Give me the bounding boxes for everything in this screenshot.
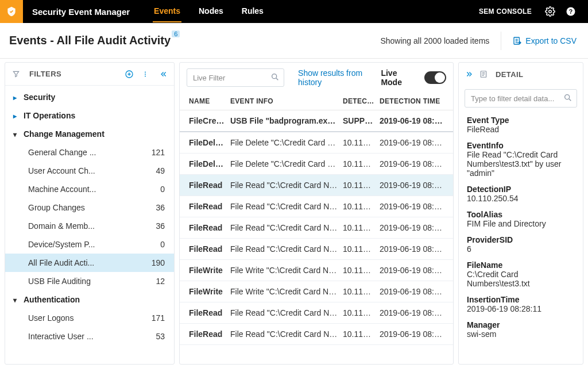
col-event-info[interactable]: EVENT INFO	[228, 93, 341, 110]
sidebar-item-label: Machine Account...	[28, 185, 144, 194]
table-row[interactable]: FileDeleteFile Delete "C:\Credit Card Nu…	[180, 154, 453, 175]
sidebar-item-count: 53	[144, 332, 166, 341]
sidebar-item[interactable]: Machine Account...0	[5, 180, 174, 198]
col-detection-ip[interactable]: DETECTI...	[341, 93, 377, 110]
table-row[interactable]: FileReadFile Read "C:\Credit Card Num...…	[180, 217, 453, 239]
cell: File Read "C:\Credit Card Num...	[228, 217, 341, 238]
live-mode-toggle[interactable]	[424, 71, 446, 84]
cell: 10.110.2...	[341, 260, 377, 281]
cell: File Delete "C:\Credit Card Nu...	[228, 132, 341, 153]
detail-field-key: EventInfo	[467, 141, 575, 150]
sidebar-item-count: 12	[144, 277, 166, 286]
sidebar-item[interactable]: Group Changes36	[5, 198, 174, 217]
show-history-link[interactable]: Show results from history	[298, 68, 376, 87]
cell: 2019-06-19 08:28:03	[377, 217, 446, 238]
filters-title: FILTERS	[29, 70, 120, 78]
sidebar-item[interactable]: USB File Auditing12	[5, 272, 174, 290]
detail-panel: DETAIL Event TypeFileReadEventInfoFile R…	[458, 62, 583, 365]
more-options-button[interactable]	[142, 70, 149, 79]
cell: 2019-06-19 08:27:58	[377, 324, 446, 344]
topbar: Security Event Manager Events Nodes Rule…	[0, 0, 588, 23]
sidebar-item[interactable]: General Change ...121	[5, 143, 174, 162]
table-row[interactable]: FileReadFile Read "C:\Credit Card Num...…	[180, 196, 453, 217]
filter-icon	[12, 70, 20, 78]
sidebar-item-label: User Account Ch...	[28, 166, 144, 175]
tab-nodes[interactable]: Nodes	[198, 1, 225, 22]
cell: File Delete "C:\Credit Card Nu...	[228, 154, 341, 174]
col-name[interactable]: NAME	[187, 93, 228, 110]
app-title: Security Event Manager	[32, 7, 130, 17]
table-row[interactable]: FileCreateUSB File "badprogram.exe" Cr..…	[180, 110, 453, 132]
sidebar-item-count: 190	[144, 258, 166, 267]
detail-field-value: C:\Credit Card Numbers\test3.txt	[467, 270, 575, 288]
detail-field-key: InsertionTime	[467, 295, 575, 304]
sidebar-category[interactable]: Security	[5, 88, 174, 106]
items-status: Showing all 2000 loaded items	[380, 36, 489, 45]
cell: File Read "C:\Credit Card Num...	[228, 324, 341, 344]
svg-point-7	[145, 75, 146, 76]
cell: FileRead	[187, 239, 228, 259]
sidebar-category[interactable]: IT Operations	[5, 106, 174, 125]
help-button[interactable]: ?	[560, 0, 581, 23]
sidebar-category[interactable]: Change Management	[5, 125, 174, 143]
tab-events[interactable]: Events	[153, 1, 181, 22]
detail-field-value: 2019-06-19 08:28:11	[467, 304, 575, 313]
table-row[interactable]: FileDeleteFile Delete "C:\Credit Card Nu…	[180, 132, 453, 154]
sidebar-item[interactable]: Interactive User ...53	[5, 327, 174, 346]
detail-field-value: FIM File and Directory	[467, 219, 575, 228]
cell: File Read "C:\Credit Card Num...	[228, 239, 341, 259]
sidebar-item[interactable]: All File Audit Acti...190	[5, 254, 174, 272]
cell: 10.110.2...	[341, 302, 377, 323]
expand-detail-button[interactable]	[466, 70, 474, 78]
sidebar-item-count: 49	[144, 166, 166, 175]
detail-filter-input[interactable]	[465, 89, 577, 108]
events-panel: Show results from history Live Mode NAME…	[179, 62, 454, 365]
table-header: NAME EVENT INFO DETECTI... DETECTION TIM…	[180, 93, 453, 110]
cell: 2019-06-19 08:28:11	[377, 196, 446, 217]
detail-field: ToolAliasFIM File and Directory	[467, 210, 575, 228]
cell: 10.110.2...	[341, 175, 377, 195]
sidebar-item[interactable]: User Account Ch...49	[5, 162, 174, 180]
sem-console-button[interactable]: SEM CONSOLE	[471, 7, 540, 16]
cell: File Read "C:\Credit Card Num...	[228, 196, 341, 217]
chevron-icon	[13, 295, 19, 304]
table-row[interactable]: FileReadFile Read "C:\Credit Card Num...…	[180, 175, 453, 196]
detail-field: InsertionTime2019-06-19 08:28:11	[467, 295, 575, 313]
col-detection-time[interactable]: DETECTION TIME	[377, 93, 446, 110]
settings-button[interactable]	[540, 0, 560, 23]
cell: File Read "C:\Credit Card Num...	[228, 175, 341, 195]
search-icon	[270, 72, 280, 82]
table-row[interactable]: FileWriteFile Write "C:\Credit Card Nu..…	[180, 281, 453, 302]
cell: 2019-06-19 08:28:11	[377, 175, 446, 195]
filters-panel: FILTERS SecurityIT OperationsChange Mana…	[5, 62, 175, 365]
export-csv-label: Export to CSV	[525, 36, 577, 45]
collapse-sidebar-button[interactable]	[159, 70, 167, 78]
page-title: Events - All File Audit Activity	[9, 34, 171, 47]
sidebar-item[interactable]: Device/System P...0	[5, 235, 174, 254]
search-icon	[563, 93, 572, 102]
detail-field: DetectionIP10.110.250.54	[467, 185, 575, 203]
table-row[interactable]: FileReadFile Read "C:\Credit Card Num...…	[180, 324, 453, 345]
live-filter-input[interactable]	[187, 68, 284, 87]
cell: 2019-06-19 08:28:12	[377, 132, 446, 153]
table-row[interactable]: FileReadFile Read "C:\Credit Card Num...…	[180, 239, 453, 260]
table-row[interactable]: FileWriteFile Write "C:\Credit Card Nu..…	[180, 260, 453, 281]
detail-field-key: ToolAlias	[467, 210, 575, 219]
sidebar-category[interactable]: Authentication	[5, 290, 174, 309]
cell: File Write "C:\Credit Card Nu...	[228, 281, 341, 302]
gear-icon	[545, 6, 555, 17]
sidebar-item[interactable]: User Logons171	[5, 309, 174, 327]
detail-field-key: Manager	[467, 320, 575, 329]
sidebar-item[interactable]: Domain & Memb...36	[5, 217, 174, 235]
cell: 10.110.2...	[341, 154, 377, 174]
cell: 10.110.2...	[341, 324, 377, 344]
cell: File Write "C:\Credit Card Nu...	[228, 260, 341, 281]
export-csv-button[interactable]: Export to CSV	[501, 32, 579, 50]
add-filter-button[interactable]	[125, 70, 134, 79]
tab-rules[interactable]: Rules	[241, 1, 265, 22]
cell: FileWrite	[187, 281, 228, 302]
table-row[interactable]: FileReadFile Read "C:\Credit Card Num...…	[180, 302, 453, 324]
detail-field-value: File Read "C:\Credit Card Numbers\test3.…	[467, 150, 575, 178]
cell: USB File "badprogram.exe" Cr...	[228, 110, 341, 131]
help-icon: ?	[566, 6, 576, 17]
